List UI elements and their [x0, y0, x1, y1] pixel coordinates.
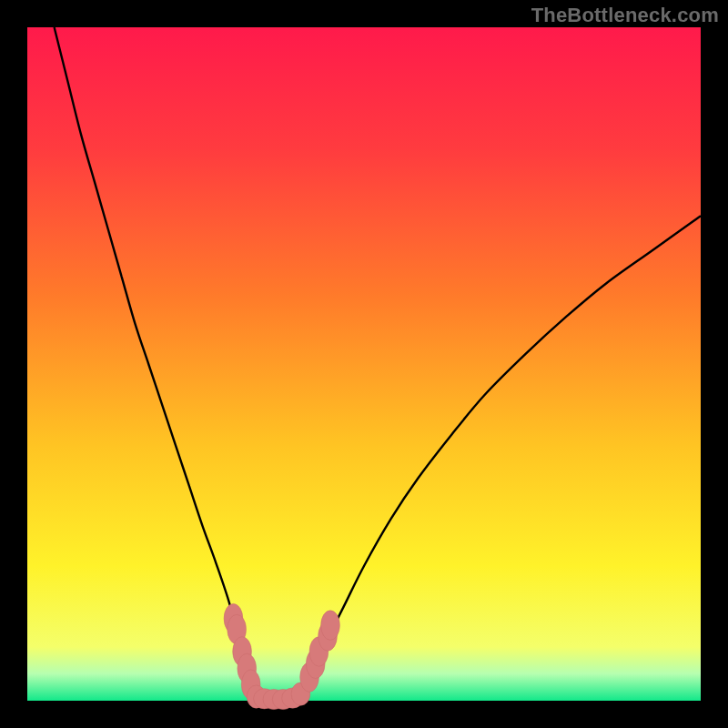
left-curve [55, 27, 256, 701]
marker-group [224, 603, 339, 709]
chart-svg [27, 27, 701, 701]
right-curve [300, 216, 701, 701]
chart-plot-area [27, 27, 701, 701]
chart-frame: TheBottleneck.com [0, 0, 728, 728]
watermark-text: TheBottleneck.com [531, 4, 719, 27]
data-marker [321, 611, 340, 641]
